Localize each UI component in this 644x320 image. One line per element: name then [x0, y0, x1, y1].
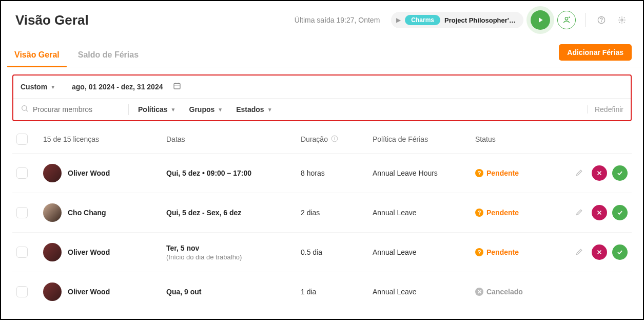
divider — [128, 104, 129, 115]
col-duration: Duração — [301, 135, 373, 144]
policy-text: Annual Leave — [373, 288, 475, 296]
row-checkbox[interactable] — [16, 286, 28, 297]
dates-sub: (Início do dia de trabalho) — [166, 253, 301, 261]
groups-dropdown[interactable]: Grupos ▼ — [185, 105, 227, 114]
member-name: Cho Chang — [68, 209, 106, 217]
play-small-icon: ▶ — [396, 16, 401, 24]
avatar — [43, 203, 62, 222]
chevron-down-icon: ▼ — [218, 107, 223, 112]
avatar — [43, 283, 62, 301]
status-dot-icon: ? — [475, 169, 483, 177]
dates-text: Ter, 5 nov — [166, 244, 301, 252]
page-title: Visão Geral — [15, 12, 89, 28]
col-policy: Política de Férias — [373, 135, 475, 143]
approve-button[interactable] — [612, 165, 628, 181]
assign-person-button[interactable] — [557, 11, 576, 29]
select-all-checkbox[interactable] — [16, 134, 28, 145]
svg-line-11 — [26, 110, 28, 111]
groups-label: Grupos — [189, 105, 215, 114]
row-checkbox[interactable] — [16, 207, 28, 218]
status-badge: ?Pendente — [475, 209, 552, 217]
last-exit-text: Última saída 19:27, Ontem — [295, 16, 380, 24]
charms-badge: Charms — [405, 15, 440, 25]
tab-overview[interactable]: Visão Geral — [12, 43, 62, 67]
approve-button[interactable] — [612, 205, 628, 220]
edit-icon[interactable] — [572, 165, 587, 180]
duration-text: 2 dias — [301, 209, 373, 217]
avatar — [43, 164, 62, 182]
svg-point-14 — [335, 137, 335, 137]
status-badge: ✕Cancelado — [475, 288, 552, 296]
reset-filters[interactable]: Redefinir — [587, 105, 623, 114]
policy-text: Annual Leave — [373, 209, 475, 217]
policies-dropdown[interactable]: Políticas ▼ — [134, 105, 180, 114]
policy-text: Annual Leave — [373, 248, 475, 256]
count-label: 15 de 15 licenças — [43, 135, 166, 143]
reject-button[interactable] — [592, 244, 607, 260]
table-row: Oliver Wood Ter, 5 nov (Início do dia de… — [12, 232, 632, 272]
divider — [585, 13, 586, 27]
period-dropdown[interactable]: Custom ▼ — [21, 83, 55, 91]
dates-text: Qua, 9 out — [166, 288, 301, 296]
reject-button[interactable] — [592, 205, 607, 220]
status-dot-icon: ? — [475, 209, 483, 217]
svg-point-4 — [601, 22, 602, 22]
search-icon — [21, 104, 29, 115]
status-badge: ?Pendente — [475, 248, 552, 256]
filter-panel: Custom ▼ ago, 01 2024 - dez, 31 2024 Pol… — [12, 74, 632, 121]
col-dates: Datas — [166, 135, 301, 143]
dates-text: Qui, 5 dez - Sex, 6 dez — [166, 209, 301, 217]
date-range-text: ago, 01 2024 - dez, 31 2024 — [72, 83, 163, 91]
avatar — [43, 243, 62, 261]
states-label: Estados — [236, 105, 264, 114]
chevron-down-icon: ▼ — [171, 107, 176, 112]
svg-rect-6 — [174, 83, 180, 89]
play-button[interactable] — [531, 10, 550, 30]
status-badge: ?Pendente — [475, 169, 552, 177]
calendar-icon[interactable] — [173, 82, 181, 92]
settings-icon[interactable] — [615, 13, 629, 27]
table-row: Cho Chang Qui, 5 dez - Sex, 6 dez 2 dias… — [12, 193, 632, 232]
tab-balance[interactable]: Saldo de Férias — [76, 43, 141, 67]
row-checkbox[interactable] — [16, 247, 28, 258]
col-status: Status — [475, 135, 552, 143]
search-members-input[interactable] — [33, 105, 115, 114]
member-name: Oliver Wood — [68, 248, 110, 256]
current-task-pill[interactable]: ▶ Charms Project Philosopher's St... — [391, 12, 523, 28]
status-dot-icon: ? — [475, 248, 483, 256]
member-name: Oliver Wood — [68, 169, 110, 177]
table-header: 15 de 15 licenças Datas Duração Política… — [12, 125, 632, 153]
reject-button[interactable] — [592, 165, 607, 181]
duration-text: 1 dia — [301, 288, 373, 296]
info-icon[interactable] — [331, 135, 338, 144]
svg-point-5 — [621, 19, 623, 21]
duration-text: 0.5 dia — [301, 248, 373, 256]
policy-text: Annual Leave Hours — [373, 169, 475, 177]
period-label: Custom — [21, 83, 47, 91]
table-row: Oliver Wood Qui, 5 dez • 09:00 – 17:00 8… — [12, 153, 632, 193]
table-row: Oliver Wood Qua, 9 out 1 dia Annual Leav… — [12, 272, 632, 311]
project-name: Project Philosopher's St... — [444, 16, 516, 24]
svg-point-10 — [22, 106, 27, 110]
states-dropdown[interactable]: Estados ▼ — [232, 105, 276, 114]
status-dot-icon: ✕ — [475, 288, 483, 296]
svg-point-0 — [565, 17, 568, 20]
edit-icon[interactable] — [572, 205, 587, 219]
member-name: Oliver Wood — [68, 288, 110, 296]
add-vacation-button[interactable]: Adicionar Férias — [559, 44, 632, 61]
dates-text: Qui, 5 dez • 09:00 – 17:00 — [166, 169, 301, 177]
policies-label: Políticas — [138, 105, 168, 114]
edit-icon[interactable] — [572, 244, 587, 259]
chevron-down-icon: ▼ — [50, 84, 55, 90]
row-checkbox[interactable] — [16, 167, 28, 179]
chevron-down-icon: ▼ — [267, 107, 272, 112]
help-icon[interactable] — [595, 13, 608, 27]
approve-button[interactable] — [612, 244, 628, 260]
duration-text: 8 horas — [301, 169, 373, 177]
